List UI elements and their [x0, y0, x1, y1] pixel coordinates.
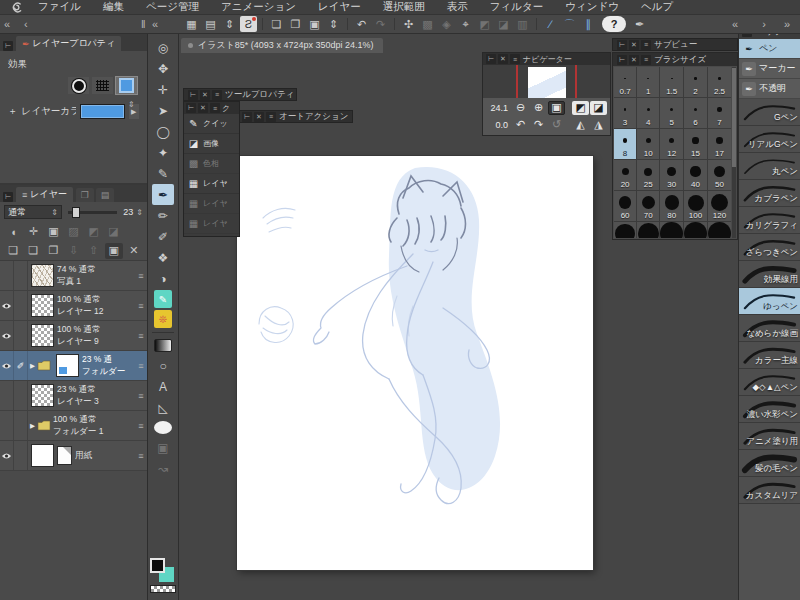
scale-rotate-icon[interactable]: ◩ [476, 16, 493, 32]
line-correction-tool[interactable]: ↝ [152, 458, 174, 479]
tab-layer-property[interactable]: ✒ レイヤープロパティ [16, 36, 121, 51]
layer-row[interactable]: ✐ ▶ 100 % 通常 フォルダー 1 ≡ [0, 411, 147, 441]
move-tool[interactable]: ✛ [152, 79, 174, 100]
frame-border-tool[interactable]: ▣ [152, 437, 174, 458]
save-file-icon[interactable]: ▣ [306, 16, 323, 32]
layer-row[interactable]: ✐ ▶ 23 % 通 フォルダー ≡ [0, 351, 147, 381]
quick-access-item[interactable]: ▩ 色相 [184, 154, 239, 174]
layer-row[interactable]: ✐ ▶ 100 % 通常 レイヤー 12 ≡ [0, 291, 147, 321]
new-file-icon[interactable]: ❏ [268, 16, 285, 32]
layer-color-swatch[interactable] [80, 104, 125, 119]
quick-access-item[interactable]: ✎ クイッ [184, 114, 239, 134]
snap-to-special-ruler-icon[interactable]: ⌒ [561, 16, 578, 32]
figure-tool[interactable]: ○ [152, 355, 174, 376]
subtool-brush-item[interactable]: リアルGペン [739, 126, 800, 153]
mesh-transform-icon[interactable]: ◪ [495, 16, 512, 32]
object-tool[interactable]: ➤ [152, 100, 174, 121]
panel-control-icon[interactable]: ⊢ [486, 54, 496, 64]
brush-size-cell[interactable]: 150 [614, 222, 636, 238]
brush-size-cell[interactable]: 1 [637, 67, 659, 97]
brush-size-cell[interactable]: 2 [684, 67, 707, 97]
brush-size-cell[interactable]: 1.5 [660, 67, 683, 97]
layer-mask-icon[interactable]: ▣ [105, 243, 123, 259]
subtool-brush-item[interactable]: なめらか線画 [739, 315, 800, 342]
quick-access-tabbar[interactable]: ⊢✕≡ ク [184, 102, 239, 114]
layer-row[interactable]: ✐ ▶ 74 % 通常 写真 1 ≡ [0, 261, 147, 291]
hand-tool[interactable]: ✥ [152, 58, 174, 79]
panel-control-icon[interactable]: ✕ [198, 103, 208, 113]
combine-to-lower-icon[interactable]: ⇧ [85, 243, 103, 259]
panel-control-icon[interactable]: ✕ [498, 54, 508, 64]
transfer-to-lower-icon[interactable]: ⇩ [64, 243, 82, 259]
flip-horizontal-button[interactable]: ◭ [572, 118, 589, 132]
quick-access-item[interactable]: ◪ 画像 [184, 134, 239, 154]
zoom-in-button[interactable]: ⊕ [530, 101, 547, 115]
menu-item[interactable]: 編集 [92, 0, 135, 14]
panel-control-icon[interactable]: ✕ [629, 40, 639, 50]
brush-size-cell[interactable]: 250 [684, 222, 707, 238]
foreground-color-swatch[interactable] [150, 558, 165, 573]
zoom-out-button[interactable]: ⊖ [512, 101, 529, 115]
subtool-brush-item[interactable]: 濃い水彩ペン [739, 396, 800, 423]
subtool-collapse-icon[interactable]: « [732, 17, 738, 32]
layer-visibility-cell[interactable] [0, 381, 14, 410]
subtool-brush-item[interactable]: カリグラフィ [739, 207, 800, 234]
subtool-brush-item[interactable]: ◆◇▲△ペン [739, 369, 800, 396]
workspace-grid-icon[interactable]: ▦ [183, 16, 200, 32]
subtool-group-item[interactable]: ✒ マーカー [739, 59, 800, 79]
brush-size-cell[interactable]: 20 [614, 160, 636, 190]
zoom-100-button[interactable]: ◩ [572, 101, 589, 115]
collapse-left2-icon[interactable]: ‹ [24, 17, 28, 32]
subtool-brush-item[interactable]: カブラペン [739, 180, 800, 207]
layer-visibility-cell[interactable] [0, 261, 14, 290]
folder-expand-icon[interactable]: ▶ [28, 362, 37, 370]
border-effect-icon[interactable] [68, 77, 89, 94]
subtool-next-icon[interactable]: › [762, 17, 766, 32]
expander-icon[interactable]: ＋ [8, 105, 18, 118]
brush-size-cell[interactable]: 3 [614, 98, 636, 128]
panel-control-icon[interactable]: ⊢ [188, 90, 198, 100]
selection-tool[interactable]: ◯ [152, 121, 174, 142]
brush-size-cell[interactable]: 100 [684, 191, 707, 221]
subtool-brush-item[interactable]: 髪の毛ペン [739, 450, 800, 477]
panel-control-icon[interactable]: ≡ [641, 55, 651, 65]
layer-thumbnail[interactable] [31, 444, 54, 467]
flip-vertical-button[interactable]: ◮ [590, 118, 607, 132]
blend-mode-select[interactable]: 通常 ⇕ [4, 205, 62, 219]
menu-item[interactable]: 表示 [436, 0, 479, 14]
layer-visibility-cell[interactable] [0, 411, 14, 440]
brush-size-cell[interactable]: 40 [684, 160, 707, 190]
brush-size-cell[interactable]: 7 [708, 98, 731, 128]
tool-divider[interactable] [152, 329, 174, 336]
quick-access-item[interactable]: ▦ レイヤ [184, 214, 239, 234]
brush-size-cell[interactable]: 300 [708, 222, 731, 238]
tool-property-header[interactable]: ⊢✕≡ ツールプロパティ [183, 88, 297, 101]
menu-item[interactable]: ページ管理 [135, 0, 210, 14]
brush-size-cell[interactable]: 2.5 [708, 67, 731, 97]
brush-size-cell[interactable]: 8 [614, 129, 636, 159]
layer-thumbnail[interactable] [56, 354, 79, 377]
subtool-expand-icon[interactable]: » [784, 17, 790, 32]
subtool-brush-item[interactable]: カスタムリア [739, 477, 800, 504]
layer-color-effect-icon[interactable] [116, 77, 137, 94]
animation-cel-tab-icon[interactable]: ▤ [96, 188, 114, 202]
subtool-group-item[interactable]: ✒ 不透明 [739, 79, 800, 99]
decoration-tool[interactable]: ❖ [152, 247, 174, 268]
subview-header[interactable]: ⊢✕≡ サブビュー [612, 38, 738, 51]
subtool-brush-item[interactable]: カラー主線 [739, 342, 800, 369]
panel-control-icon[interactable]: ≡ [641, 40, 651, 50]
pen-tool[interactable]: ✒ [152, 184, 174, 205]
panel-control-icon[interactable]: ✕ [254, 112, 264, 122]
panel-dock-icon[interactable]: ⊢ [3, 41, 13, 51]
thumbnail-toggle-icon[interactable]: ◖ [4, 224, 23, 240]
snap-to-ruler-icon[interactable]: ∕ [542, 16, 559, 32]
brush-size-cell[interactable]: 25 [637, 160, 659, 190]
brush-size-cell[interactable]: 0.7 [614, 67, 636, 97]
subtool-brush-item[interactable]: 効果線用 [739, 261, 800, 288]
subtool-brush-item[interactable]: ゆっペン [739, 288, 800, 315]
canvas[interactable] [237, 156, 593, 570]
layer-visibility-cell[interactable] [0, 441, 14, 470]
navigator-thumbnail[interactable] [528, 67, 566, 98]
brush-size-cell[interactable]: 120 [708, 191, 731, 221]
help-button[interactable]: ? [602, 16, 626, 32]
